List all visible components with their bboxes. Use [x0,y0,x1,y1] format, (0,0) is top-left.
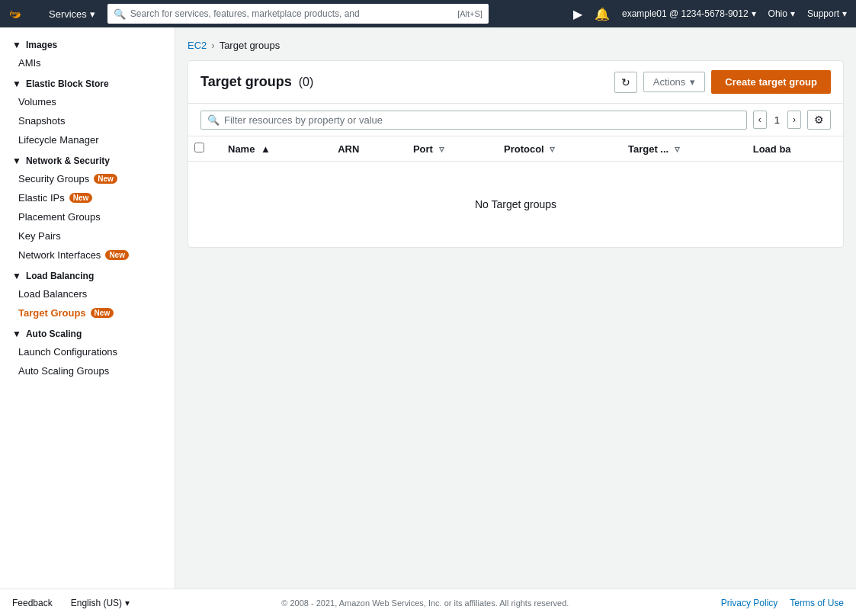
sidebar-section-ebs[interactable]: ▼ Elastic Block Store [0,72,175,92]
aws-logo[interactable]: aws [9,6,34,21]
load-balancers-label: Load Balancers [18,288,87,300]
sidebar-item-security-groups[interactable]: Security Groups New [0,169,175,188]
placement-groups-label: Placement Groups [18,211,101,223]
actions-chevron-icon: ▾ [690,76,695,88]
target-groups-table: Name ▲ ARN Port ▿ Protocol [188,136,843,247]
network-collapse-icon: ▼ [12,156,21,166]
sidebar-item-elastic-ips[interactable]: Elastic IPs New [0,188,175,207]
region-menu[interactable]: Ohio ▾ [768,8,795,19]
search-input[interactable] [130,8,457,19]
cloudshell-icon[interactable]: ▶ [573,7,582,21]
col-name: Name ▲ [216,136,325,162]
sidebar-item-key-pairs[interactable]: Key Pairs [0,226,175,245]
app-body: ▼ Images AMIs ▼ Elastic Block Store Volu… [0,27,856,589]
notifications-icon[interactable]: 🔔 [595,7,610,21]
sidebar-item-load-balancers[interactable]: Load Balancers [0,284,175,303]
sidebar-item-lifecycle[interactable]: Lifecycle Manager [0,130,175,149]
col-port-filter-icon[interactable]: ▿ [439,143,444,155]
sidebar-item-asg[interactable]: Auto Scaling Groups [0,361,175,380]
table-wrap: Name ▲ ARN Port ▿ Protocol [188,136,843,247]
col-lb-label: Load ba [753,143,791,155]
no-data-message: No Target groups [475,198,556,210]
sidebar-item-target-groups[interactable]: Target Groups New [0,303,175,322]
images-collapse-icon: ▼ [12,40,21,50]
support-label: Support [807,8,839,19]
table-body: No Target groups [188,162,843,248]
sidebar-section-images[interactable]: ▼ Images [0,34,175,53]
filter-bar: 🔍 ‹ 1 › ⚙ [188,104,843,136]
col-target-filter-icon[interactable]: ▿ [675,143,680,155]
amis-label: AMIs [18,57,41,69]
empty-state-row: No Target groups [188,162,843,248]
network-interfaces-label: Network Interfaces [18,249,101,261]
ebs-section-label: Elastic Block Store [26,79,109,89]
sidebar-item-launch-configs[interactable]: Launch Configurations [0,342,175,361]
sort-icon[interactable]: ▲ [261,143,271,155]
breadcrumb-separator: › [211,40,214,51]
sidebar-section-network[interactable]: ▼ Network & Security [0,149,175,169]
filter-search-icon: 🔍 [207,114,220,126]
col-target-type-label: Target ... [628,143,668,155]
network-section-label: Network & Security [26,156,110,166]
sidebar-section-lb[interactable]: ▼ Load Balancing [0,265,175,284]
top-nav: aws Services ▾ 🔍 [Alt+S] ▶ 🔔 example01 @… [0,0,856,27]
col-protocol-filter-icon[interactable]: ▿ [550,143,555,155]
breadcrumb-parent[interactable]: EC2 [188,40,207,51]
actions-button[interactable]: Actions ▾ [643,72,706,92]
security-groups-label: Security Groups [18,173,89,184]
volumes-label: Volumes [18,96,56,107]
lifecycle-label: Lifecycle Manager [18,134,99,146]
col-port-label: Port [413,143,433,155]
sidebar-item-amis[interactable]: AMIs [0,53,175,72]
support-chevron-icon: ▾ [842,8,847,19]
select-all-checkbox[interactable] [194,143,204,152]
region-label: Ohio [768,8,787,19]
actions-label: Actions [653,76,686,88]
column-settings-button[interactable]: ⚙ [807,110,831,130]
security-groups-badge: New [94,174,117,184]
breadcrumb-current: Target groups [220,40,281,51]
images-section-label: Images [26,40,57,50]
snapshots-label: Snapshots [18,115,65,127]
sidebar-item-snapshots[interactable]: Snapshots [0,111,175,130]
elastic-ips-badge: New [69,193,93,203]
col-load-balancer: Load ba [741,136,843,162]
sidebar-item-network-interfaces[interactable]: Network Interfaces New [0,245,175,265]
prev-page-button[interactable]: ‹ [753,111,767,129]
autoscaling-collapse-icon: ▼ [12,329,21,339]
panel-actions: ↻ Actions ▾ Create target group [614,70,831,94]
col-name-label: Name [228,143,255,155]
sidebar-section-autoscaling[interactable]: ▼ Auto Scaling [0,322,175,342]
panel-title: Target groups (0) [200,74,605,90]
sidebar-item-volumes[interactable]: Volumes [0,92,175,111]
user-menu[interactable]: example01 @ 1234-5678-9012 ▾ [622,8,756,19]
refresh-button[interactable]: ↻ [614,72,637,93]
col-port: Port ▿ [401,136,492,162]
create-target-group-button[interactable]: Create target group [711,70,831,94]
panel-title-text: Target groups [200,74,292,89]
filter-input[interactable] [224,114,740,126]
col-arn-label: ARN [338,143,359,155]
col-protocol: Protocol ▿ [492,136,616,162]
sidebar-item-placement-groups[interactable]: Placement Groups [0,207,175,226]
target-groups-badge: New [91,308,114,318]
target-groups-label: Target Groups [18,307,86,319]
autoscaling-section-label: Auto Scaling [26,329,82,339]
sidebar: ▼ Images AMIs ▼ Elastic Block Store Volu… [0,27,175,589]
create-label: Create target group [725,76,817,88]
user-label: example01 @ 1234-5678-9012 [622,8,749,19]
services-chevron-icon: ▾ [90,8,95,20]
services-button[interactable]: Services ▾ [43,5,101,23]
network-interfaces-badge: New [105,250,129,260]
launch-configs-label: Launch Configurations [18,346,117,358]
region-chevron-icon: ▾ [790,8,795,19]
panel-count: (0) [299,75,314,88]
ebs-collapse-icon: ▼ [12,79,21,89]
next-page-button[interactable]: › [787,111,801,129]
panel-header: Target groups (0) ↻ Actions ▾ Create tar… [188,61,843,104]
select-all-th [188,136,216,162]
table-header: Name ▲ ARN Port ▿ Protocol [188,136,843,162]
support-menu[interactable]: Support ▾ [807,8,847,19]
lb-section-label: Load Balancing [26,271,94,281]
key-pairs-label: Key Pairs [18,230,61,242]
